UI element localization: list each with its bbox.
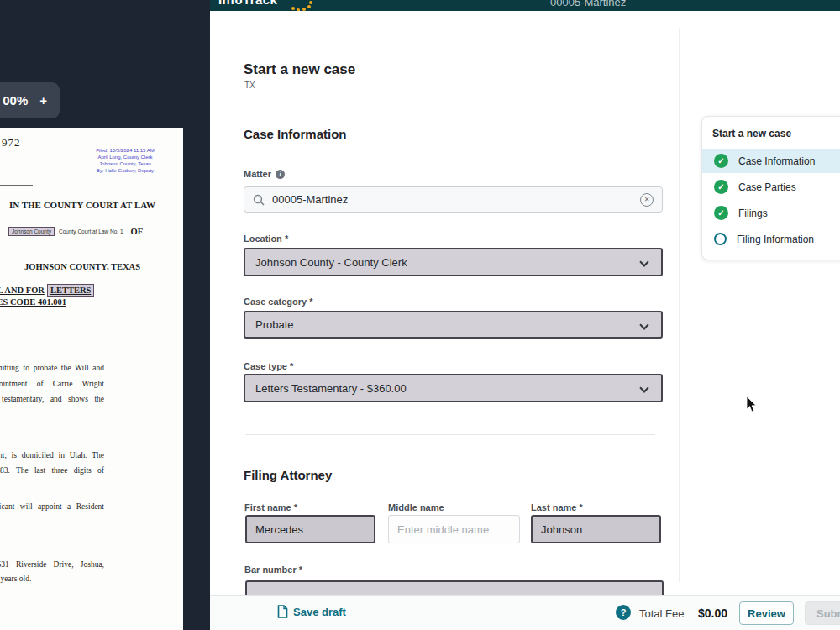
document-viewer-pane: 00% + 972 Filed: 10/3/2024 11:15 AM Apri… xyxy=(0,0,210,630)
matter-value: 00005-Martinez xyxy=(272,193,640,206)
total-fee-value: $0.00 xyxy=(698,606,727,620)
highlighted-field-box: Johnson County xyxy=(8,227,55,236)
page-subtitle-state: TX xyxy=(244,81,255,90)
matter-search-input[interactable]: 00005-Martinez ✕ xyxy=(244,186,663,213)
document-court-row: Johnson County County Court at Law No. 1… xyxy=(8,227,143,236)
pending-circle-icon xyxy=(714,233,727,245)
draft-document-icon xyxy=(277,605,288,618)
document-body-line: ce of letters testamentary, and shows th… xyxy=(0,395,104,404)
case-type-label: Case type * xyxy=(244,361,293,371)
case-category-select[interactable]: Probate xyxy=(244,311,663,339)
middle-name-placeholder: Enter middle name xyxy=(397,523,489,536)
check-circle-icon: ✓ xyxy=(714,206,728,220)
stamp-line: By: Halle Godsey, Deputy xyxy=(86,167,165,174)
location-select[interactable]: Johnson County - County Clerk xyxy=(244,248,663,276)
document-body-line: f Texas, Applicant will appoint a Reside… xyxy=(0,502,104,512)
document-county-heading: JOHNSON COUNTY, TEXAS xyxy=(0,262,165,271)
info-icon[interactable]: i xyxy=(276,170,285,179)
step-filing-information[interactable]: Filing Information xyxy=(702,227,840,251)
bar-number-field[interactable] xyxy=(245,580,664,595)
logo-dot-icon xyxy=(291,7,295,10)
case-steps-panel: Start a new case ✓ Case Information ✓ Ca… xyxy=(701,116,840,260)
matter-label: Matter xyxy=(244,169,271,179)
bar-number-label: Bar number * xyxy=(244,564,302,575)
document-of-label: OF xyxy=(131,227,144,236)
first-name-field[interactable]: Mercedes xyxy=(245,515,375,543)
document-title-line: ND CODICIL AND FOR LETTERS xyxy=(0,284,94,297)
document-court-heading: IN THE COUNTY COURT AT LAW xyxy=(0,200,165,210)
logo-dot-icon xyxy=(307,5,311,8)
zoom-in-icon[interactable]: + xyxy=(39,93,47,108)
step-label: Case Information xyxy=(738,155,815,167)
location-label: Location * xyxy=(244,234,288,244)
document-rule-line xyxy=(0,185,33,186)
highlighted-field-box: LETTERS xyxy=(47,284,94,297)
page-title: Start a new case xyxy=(244,61,355,78)
stamp-line: Filed: 10/3/2024 11:15 AM xyxy=(86,147,165,154)
middle-name-field[interactable]: Enter middle name xyxy=(388,515,520,543)
last-name-value: Johnson xyxy=(541,523,582,536)
help-question-icon[interactable]: ? xyxy=(616,605,631,620)
middle-name-label: Middle name xyxy=(388,502,444,512)
document-body-line: for the appointment of Carrie Wright xyxy=(0,380,104,389)
step-label: Filings xyxy=(738,207,768,219)
document-body-line: ter of Decedent, is domiciled in Utah. T… xyxy=(0,451,104,460)
document-court-suffix: County Court at Law No. 1 xyxy=(59,228,123,234)
first-name-value: Mercedes xyxy=(255,523,303,536)
infotrack-logo[interactable]: InfoTrack xyxy=(218,0,277,7)
zoom-level-value: 00% xyxy=(3,93,28,108)
case-category-label: Case category * xyxy=(244,297,313,307)
step-filings[interactable]: ✓ Filings xyxy=(702,201,840,225)
header-case-title: 00005-Martinez xyxy=(550,0,626,8)
step-case-information[interactable]: ✓ Case Information xyxy=(702,149,840,173)
search-icon xyxy=(253,194,265,206)
case-type-select[interactable]: Letters Testamentary - $360.00 xyxy=(244,374,663,402)
viewer-zoom-control[interactable]: 00% + xyxy=(0,82,60,118)
logo-dot-icon xyxy=(309,1,312,4)
step-label: Case Parties xyxy=(738,181,796,193)
section-filing-attorney: Filing Attorney xyxy=(244,468,332,482)
section-divider xyxy=(245,434,655,435)
matter-label-row: Matter i xyxy=(244,169,285,179)
logo-dot-icon xyxy=(297,8,300,11)
new-case-form: Start a new case TX Case Information Mat… xyxy=(210,11,840,595)
case-type-value: Letters Testamentary - $360.00 xyxy=(255,382,407,395)
save-draft-label: Save draft xyxy=(293,606,346,618)
document-body-line: number are 183. The last three digits of xyxy=(0,466,104,475)
app-header-bar: InfoTrack 00005-Martinez xyxy=(210,0,840,11)
document-title-prefix: ND CODICIL AND FOR xyxy=(0,286,45,295)
document-code-heading: XAS ESTATES CODE 401.001 xyxy=(0,297,66,307)
submit-button[interactable]: Submit xyxy=(805,601,840,625)
stamp-line: April Long, County Clerk xyxy=(86,154,165,160)
last-name-field[interactable]: Johnson xyxy=(531,515,661,543)
clear-icon[interactable]: ✕ xyxy=(640,193,654,207)
document-body-line: r an order admitting to probate the Will… xyxy=(0,364,104,373)
form-scrollbar[interactable] xyxy=(679,28,680,582)
step-case-parties[interactable]: ✓ Case Parties xyxy=(702,175,840,199)
first-name-label: First name * xyxy=(244,502,297,512)
chevron-down-icon xyxy=(639,257,648,266)
case-category-value: Probate xyxy=(255,318,294,331)
footer-action-bar: Save draft ? Total Fee $0.00 Review Subm… xyxy=(210,595,840,630)
review-button[interactable]: Review xyxy=(739,601,794,625)
location-value: Johnson County - County Clerk xyxy=(255,256,407,269)
efile-stamp: Filed: 10/3/2024 11:15 AM April Long, Co… xyxy=(86,147,165,174)
chevron-down-icon xyxy=(639,320,648,329)
check-circle-icon: ✓ xyxy=(714,154,728,168)
document-body-line: miciled at 6531 Riverside Drive, Joshua, xyxy=(0,560,104,570)
chevron-down-icon xyxy=(639,383,648,392)
section-case-information: Case Information xyxy=(244,127,347,141)
document-body-line: ecedent was 68 years old. xyxy=(0,575,104,584)
mouse-cursor xyxy=(746,396,758,413)
stamp-line: Johnson County, Texas xyxy=(86,160,165,167)
step-label: Filing Information xyxy=(737,234,814,245)
save-draft-button[interactable]: Save draft xyxy=(277,605,346,618)
total-fee-label: Total Fee xyxy=(639,607,684,620)
steps-panel-title: Start a new case xyxy=(712,128,791,139)
check-circle-icon: ✓ xyxy=(714,180,728,194)
document-page-preview: 972 Filed: 10/3/2024 11:15 AM April Long… xyxy=(0,128,183,630)
document-case-number: 972 xyxy=(2,136,21,150)
last-name-label: Last name * xyxy=(531,502,583,512)
logo-dot-icon xyxy=(302,8,306,11)
